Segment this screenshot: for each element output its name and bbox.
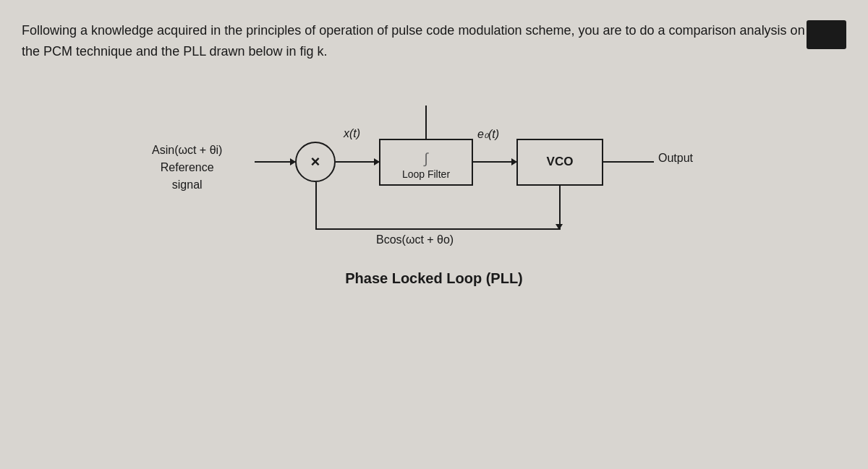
vline-down-feedback xyxy=(559,186,561,229)
loop-filter-label: Loop Filter xyxy=(402,168,450,180)
asin-label: Asin(ωct + θi) xyxy=(152,142,222,159)
multiplier-symbol: × xyxy=(311,152,320,171)
signal-word: signal xyxy=(152,176,222,194)
arrow-to-output xyxy=(603,161,654,163)
stamp-decoration xyxy=(807,20,846,49)
reference-signal-label: Asin(ωct + θi) Reference signal xyxy=(152,142,222,194)
arrow-to-loop-filter xyxy=(336,161,379,163)
loop-filter-box: ∫ Loop Filter xyxy=(379,139,473,186)
diagram-area: Asin(ωct + θi) Reference signal × x(t) ∫… xyxy=(22,84,846,287)
vline-top xyxy=(425,106,427,139)
hline-bottom-feedback xyxy=(315,228,561,230)
arrow-ref-to-multiplier xyxy=(255,161,295,163)
vline-up-feedback xyxy=(315,182,317,230)
e0t-label: e₀(t) xyxy=(477,127,499,141)
page: Following a knowledge acquired in the pr… xyxy=(0,0,868,469)
vco-box: VCO xyxy=(516,139,603,186)
xt-label: x(t) xyxy=(344,127,360,140)
paragraph-text: Following a knowledge acquired in the pr… xyxy=(22,20,817,62)
bcos-label: Bcos(ωct + θo) xyxy=(376,233,454,246)
paragraph-content: Following a knowledge acquired in the pr… xyxy=(22,23,805,59)
multiplier-block: × xyxy=(295,142,336,182)
diagram-container: Asin(ωct + θi) Reference signal × x(t) ∫… xyxy=(152,84,716,257)
arrow-to-vco xyxy=(473,161,516,163)
vco-label: VCO xyxy=(547,155,574,169)
reference-word: Reference xyxy=(152,159,222,176)
pll-title: Phase Locked Loop (PLL) xyxy=(345,270,523,287)
output-label: Output xyxy=(658,152,693,165)
